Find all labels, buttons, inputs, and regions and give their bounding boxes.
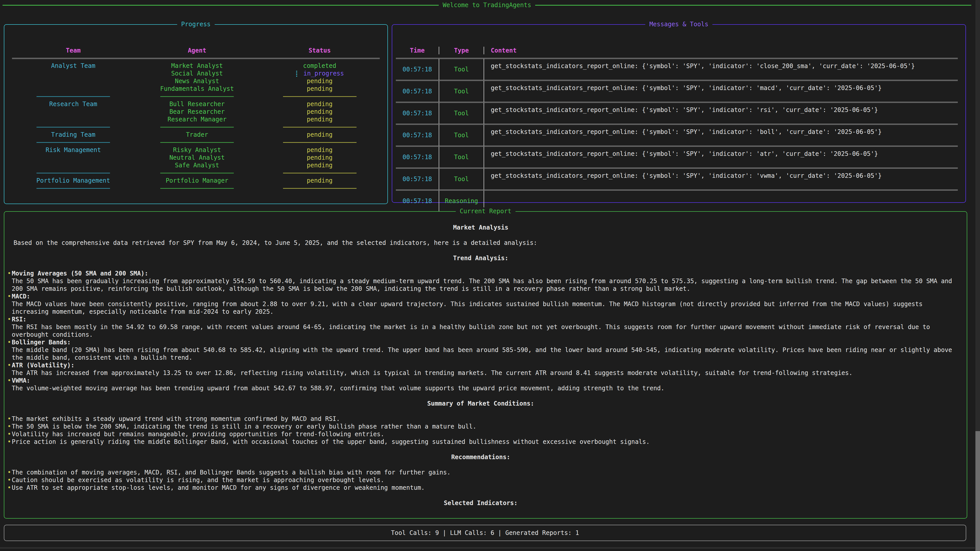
bullet-body: The volume-weighted moving average has b… — [12, 384, 954, 392]
team-cell: Analyst Team — [12, 62, 135, 70]
agent-cell: News Analyst — [135, 77, 259, 85]
welcome-rule: Welcome to TradingAgents — [3, 1, 971, 9]
group-separator — [12, 93, 380, 100]
progress-row: Analyst TeamMarket Analystcompleted — [12, 62, 380, 70]
progress-row: News Analystpending — [12, 77, 380, 85]
progress-row: Trading TeamTraderpending — [12, 131, 380, 138]
status-label: pending — [307, 85, 332, 92]
bullet-icon: • — [7, 362, 11, 369]
progress-table: Team Agent Status Analyst TeamMarket Ana… — [12, 47, 380, 192]
progress-row: Neutral Analystpending — [12, 154, 380, 162]
progress-row: Bear Researcherpending — [12, 108, 380, 116]
report-heading: Trend Analysis: — [7, 254, 954, 262]
separator-line — [37, 142, 110, 143]
message-content: get_stockstats_indicators_report_online:… — [484, 125, 958, 146]
message-type: Tool — [439, 103, 484, 124]
bullet-body: The 50 SMA is below the 200 SMA, indicat… — [12, 423, 954, 430]
message-time: 00:57:18 — [396, 103, 439, 124]
report-bullet: •MACD:The MACD values have been consiste… — [7, 292, 954, 316]
header-separator — [12, 58, 380, 59]
group-separator — [12, 184, 380, 192]
separator-line — [160, 127, 234, 127]
status-cell: pending — [259, 177, 380, 184]
report-bullet: •Volatility has increased but remains ma… — [7, 430, 954, 438]
message-content: get_stockstats_indicators_report_online:… — [484, 81, 958, 102]
bullet-title: ATR (Volatility): — [12, 362, 954, 369]
separator-line — [160, 188, 234, 189]
team-cell — [12, 70, 135, 77]
status-cell: pending — [259, 100, 380, 108]
separator-cell — [135, 169, 259, 177]
team-cell — [12, 162, 135, 169]
separator-line — [37, 188, 110, 189]
message-time: 00:57:18 — [396, 125, 439, 146]
status-label: pending — [307, 146, 332, 154]
message-row: 00:57:18Toolget_stockstats_indicators_re… — [396, 102, 958, 124]
bullet-icon: • — [7, 468, 11, 476]
progress-panel-title: Progress — [177, 21, 215, 28]
progress-panel: Progress Team Agent Status Analyst TeamM… — [4, 24, 388, 204]
message-row: 00:57:18Toolget_stockstats_indicators_re… — [396, 168, 958, 189]
tradingagents-terminal: Welcome to TradingAgents Progress Team A… — [0, 0, 980, 551]
bullet-body: Caution should be exercised as volatilit… — [12, 476, 954, 484]
separator-cell — [12, 184, 135, 192]
report-bullet: •Price action is generally riding the mi… — [7, 438, 954, 446]
bullet-body: Volatility has increased but remains man… — [12, 430, 954, 438]
separator-cell — [259, 93, 380, 100]
bullet-icon: • — [7, 430, 11, 438]
status-label: pending — [307, 78, 332, 85]
separator-cell — [135, 123, 259, 131]
agent-cell: Portfolio Manager — [135, 177, 259, 184]
agent-cell: Bear Researcher — [135, 108, 259, 116]
report-bullet: •RSI:The RSI has been mostly in the 54.9… — [7, 316, 954, 338]
status-label: in_progress — [304, 70, 344, 77]
separator-cell — [259, 184, 380, 192]
separator-cell — [259, 123, 380, 131]
status-cell: pending — [259, 85, 380, 93]
report-bullet: •Use ATR to set appropriate stop-loss le… — [7, 484, 954, 492]
rule-line — [3, 5, 439, 6]
bullet-icon: • — [7, 484, 11, 492]
message-row: 00:57:18Toolget_stockstats_indicators_re… — [396, 80, 958, 102]
column-header-agent: Agent — [135, 47, 259, 54]
report-bullet: •The market exhibits a steady upward tre… — [7, 415, 954, 423]
agent-cell: Research Manager — [135, 116, 259, 123]
status-label: pending — [307, 162, 332, 169]
message-content: get_stockstats_indicators_report_online:… — [484, 168, 958, 189]
status-cell: pending — [259, 146, 380, 154]
report-heading: Market Analysis — [7, 224, 954, 231]
messages-table-header: Time Type Content — [396, 47, 958, 58]
bullet-body: Use ATR to set appropriate stop-loss lev… — [12, 484, 954, 492]
status-label: pending — [307, 108, 332, 115]
bullet-body: The RSI has been mostly in the 54.92 to … — [12, 323, 954, 338]
progress-row: Research TeamBull Researcherpending — [12, 100, 380, 108]
separator-cell — [12, 123, 135, 131]
bullet-icon: • — [7, 423, 11, 430]
bullet-body: The combination of moving averages, MACD… — [12, 468, 954, 476]
bullet-icon: • — [7, 476, 11, 484]
message-type: Tool — [439, 125, 484, 146]
message-row: 00:57:18Toolget_stockstats_indicators_re… — [396, 146, 958, 168]
status-cell: completed — [259, 62, 380, 70]
separator-cell — [135, 93, 259, 100]
report-heading: Recommendations: — [7, 453, 954, 461]
status-cell: pending — [259, 116, 380, 123]
bullet-icon: • — [7, 338, 11, 346]
bullet-body: The middle band (20 SMA) has been rising… — [12, 346, 954, 362]
progress-table-header: Team Agent Status — [12, 47, 380, 54]
bullet-title: Bollinger Bands: — [12, 338, 954, 346]
status-label: pending — [307, 177, 332, 184]
team-cell: Research Team — [12, 100, 135, 108]
separator-line — [160, 142, 234, 143]
separator-line — [283, 127, 356, 127]
message-row: 00:57:18Toolget_stockstats_indicators_re… — [396, 124, 958, 146]
column-header-team: Team — [12, 47, 135, 54]
agent-cell: Market Analyst — [135, 62, 259, 70]
message-time: 00:57:18 — [396, 81, 439, 102]
scrollbar-thumb[interactable] — [975, 431, 980, 551]
scrollbar[interactable] — [975, 0, 980, 551]
bullet-icon: • — [7, 377, 11, 384]
progress-row: Risk ManagementRisky Analystpending — [12, 146, 380, 154]
separator-line — [37, 173, 110, 173]
messages-panel: Messages & Tools Time Type Content 00:57… — [392, 24, 966, 203]
